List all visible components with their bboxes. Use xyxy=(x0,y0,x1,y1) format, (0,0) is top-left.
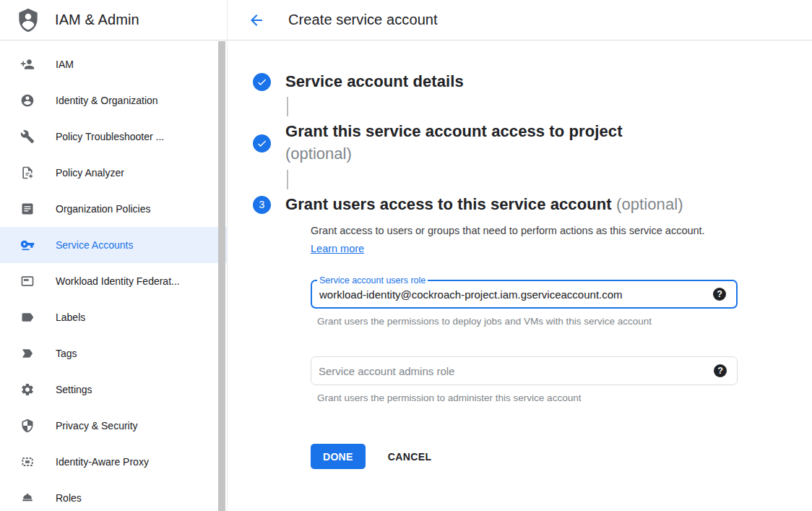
sidebar-scrollbar[interactable] xyxy=(218,41,225,511)
person-add-icon xyxy=(20,57,35,72)
step-3-title: Grant users access to this service accou… xyxy=(285,194,683,215)
arrow-back-icon[interactable] xyxy=(248,12,265,29)
iam-shield-person-icon xyxy=(14,7,42,34)
sidebar-item-tags[interactable]: Tags xyxy=(0,335,227,372)
learn-more-link[interactable]: Learn more xyxy=(311,243,364,254)
service-account-admins-role-input[interactable] xyxy=(311,365,714,377)
step-1-row: Service account details xyxy=(253,71,812,93)
sidebar-item-identity-organization[interactable]: Identity & Organization xyxy=(0,82,227,119)
sidebar-item-service-accounts[interactable]: Service Accounts xyxy=(0,227,227,263)
sidebar-item-labels[interactable]: Labels xyxy=(0,299,227,335)
step-1-title: Service account details xyxy=(285,71,464,93)
wrench-icon xyxy=(20,129,35,144)
sidebar-item-label: Policy Troubleshooter ... xyxy=(56,131,164,142)
step-3-row: 3 Grant users access to this service acc… xyxy=(253,194,812,215)
sidebar-item-label: IAM xyxy=(56,59,74,70)
document-gear-icon xyxy=(20,166,35,180)
service-account-users-role-field: Service account users role ? xyxy=(311,280,738,309)
page-header: Create service account xyxy=(228,0,812,40)
check-icon xyxy=(256,77,267,87)
step-connector xyxy=(287,97,288,116)
step-3-description: Grant access to users or groups that nee… xyxy=(311,222,709,258)
sidebar-item-label: Identity & Organization xyxy=(56,95,158,106)
help-icon[interactable]: ? xyxy=(714,364,727,377)
sidebar-item-label: Service Accounts xyxy=(56,239,133,251)
step-2-title: Grant this service account access to pro… xyxy=(285,121,623,142)
sidebar-item-organization-policies[interactable]: Organization Policies xyxy=(0,191,227,227)
app-window: IAM & Admin IAM Identity & Organization xyxy=(0,0,812,511)
article-icon xyxy=(20,202,35,216)
step-3-number: 3 xyxy=(259,199,265,210)
sidebar-item-label: Workload Identity Federat... xyxy=(56,275,180,287)
card-icon xyxy=(20,274,35,288)
step-1-complete-badge xyxy=(253,73,271,91)
service-account-users-role-label: Service account users role xyxy=(317,275,428,286)
done-button[interactable]: DONE xyxy=(311,444,366,469)
step-2-complete-badge xyxy=(253,134,271,153)
sidebar-item-label: Privacy & Security xyxy=(56,420,138,431)
wizard-content: Service account details Grant this servi… xyxy=(228,40,812,469)
step-3-form: Service account users role ? Grant users… xyxy=(311,280,812,403)
sidebar-item-label: Settings xyxy=(56,384,92,395)
sidebar-item-label: Tags xyxy=(56,348,77,359)
tag-arrow-icon xyxy=(20,346,35,361)
account-circle-icon xyxy=(20,93,35,108)
hat-icon xyxy=(20,491,35,505)
sidebar: IAM & Admin IAM Identity & Organization xyxy=(0,0,228,511)
key-icon xyxy=(20,238,35,252)
users-role-helper-text: Grant users the permissions to deploy jo… xyxy=(317,316,738,327)
label-icon xyxy=(20,310,35,325)
step-2-row: Grant this service account access to pro… xyxy=(253,121,812,166)
sidebar-item-label: Policy Analyzer xyxy=(56,167,124,179)
help-icon[interactable]: ? xyxy=(713,288,726,301)
sidebar-item-policy-analyzer[interactable]: Policy Analyzer xyxy=(0,155,227,191)
sidebar-header: IAM & Admin xyxy=(0,0,227,40)
sidebar-title: IAM & Admin xyxy=(55,12,139,28)
sidebar-item-label: Identity-Aware Proxy xyxy=(56,456,149,468)
sidebar-item-roles[interactable]: Roles xyxy=(0,480,227,511)
sidebar-item-label: Roles xyxy=(56,492,82,504)
main-panel: Create service account Service account d… xyxy=(228,0,812,511)
sidebar-item-workload-identity-federation[interactable]: Workload Identity Federat... xyxy=(0,263,227,299)
cancel-button[interactable]: CANCEL xyxy=(388,451,432,463)
sidebar-item-policy-troubleshooter[interactable]: Policy Troubleshooter ... xyxy=(0,119,227,155)
sidebar-item-label: Organization Policies xyxy=(56,203,151,215)
step-connector xyxy=(287,170,288,189)
service-account-users-role-input[interactable] xyxy=(312,288,713,301)
sidebar-item-identity-aware-proxy[interactable]: Identity-Aware Proxy xyxy=(0,444,227,480)
form-actions: DONE CANCEL xyxy=(278,444,812,469)
gear-icon xyxy=(20,382,35,397)
shield-icon xyxy=(20,418,35,433)
page-title: Create service account xyxy=(288,12,438,28)
sidebar-nav: IAM Identity & Organization Policy Troub… xyxy=(0,40,227,511)
sidebar-item-privacy-security[interactable]: Privacy & Security xyxy=(0,408,227,444)
service-account-admins-role-field: ? xyxy=(311,356,738,385)
admins-role-helper-text: Grant users the permission to administer… xyxy=(317,392,738,403)
step-3-number-badge: 3 xyxy=(253,196,271,214)
sidebar-item-iam[interactable]: IAM xyxy=(0,46,227,82)
sidebar-item-label: Labels xyxy=(56,312,85,323)
sidebar-item-settings[interactable]: Settings xyxy=(0,372,227,408)
step-2-optional-label: (optional) xyxy=(285,142,623,166)
check-icon xyxy=(256,138,267,149)
proxy-frame-icon xyxy=(20,455,35,469)
step-3-optional-label: (optional) xyxy=(616,195,683,213)
